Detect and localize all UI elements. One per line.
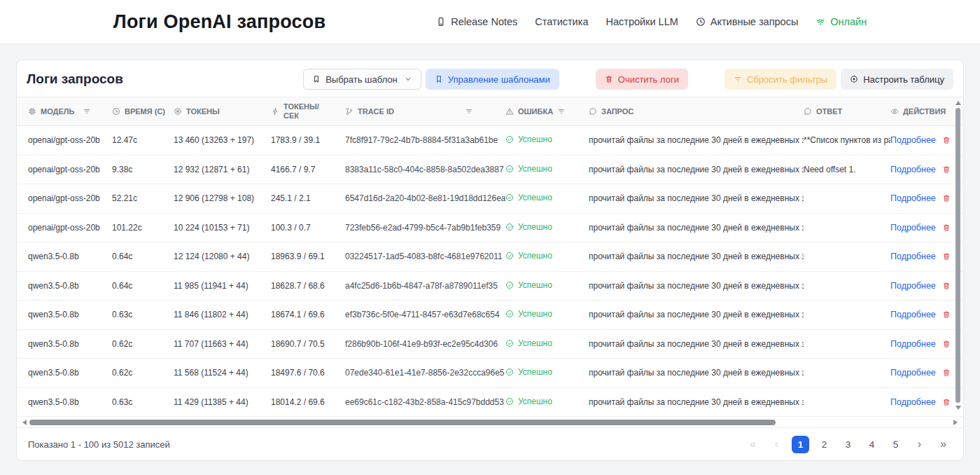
delete-row-icon[interactable]	[942, 369, 951, 377]
clock-icon	[696, 17, 706, 27]
table-row: openai/gpt-oss-20b 9.38с 12 932 (12871 +…	[17, 156, 963, 185]
request-cell: прочитай файлы за последние 30 дней в еж…	[589, 339, 804, 349]
details-link[interactable]: Подробнее	[890, 310, 936, 319]
pagination-page-5[interactable]: 5	[887, 436, 904, 453]
clear-logs-button[interactable]: Очистить логи	[596, 69, 688, 90]
page-title: Логи OpenAI запросов	[113, 11, 326, 33]
pagination-page-1[interactable]: 1	[792, 436, 809, 453]
pagination-page-3[interactable]: 3	[839, 436, 857, 453]
table-row: qwen3.5-0.8b 0.62с 11 707 (11663 + 44) 1…	[17, 330, 963, 359]
tokens-per-sec-cell: 1783.9 / 39.1	[271, 135, 345, 145]
pagination-page-2[interactable]: 2	[816, 436, 833, 453]
tokens-cell: 11 985 (11941 + 44)	[174, 281, 271, 291]
card-title: Логи запросов	[27, 71, 123, 87]
delete-row-icon[interactable]	[942, 136, 951, 144]
configure-table-button[interactable]: Настроить таблицу	[841, 69, 953, 90]
time-cell: 0.63с	[112, 397, 174, 407]
column-header-trace-id: TRACE ID	[345, 107, 505, 116]
details-link[interactable]: Подробнее	[890, 135, 936, 145]
status-cell: Успешно	[505, 309, 589, 320]
delete-row-icon[interactable]	[942, 340, 951, 348]
delete-row-icon[interactable]	[942, 310, 951, 319]
column-header-error: ОШИБКА	[505, 107, 589, 116]
model-filter-icon[interactable]	[83, 107, 91, 116]
pagination-page-4[interactable]: 4	[863, 436, 881, 453]
time-cell: 101.22с	[112, 223, 174, 233]
nav-active-requests[interactable]: Активные запросы	[696, 16, 799, 27]
table-row: openai/gpt-oss-20b 101.22с 10 224 (10153…	[17, 214, 963, 243]
actions-cell: Подробнее	[890, 397, 963, 407]
wifi-icon	[816, 17, 825, 27]
chat-icon	[804, 107, 812, 116]
check-circle-icon	[505, 339, 514, 347]
status-badge: Успешно	[505, 135, 552, 144]
select-template-button[interactable]: Выбрать шаблон	[303, 69, 421, 90]
tokens-per-sec-cell: 18963.9 / 69.1	[271, 252, 345, 261]
trash-icon	[605, 75, 613, 83]
request-cell: прочитай файлы за последние 30 дней в еж…	[589, 252, 804, 261]
pagination-first-button[interactable]: «	[744, 436, 762, 453]
details-link[interactable]: Подробнее	[890, 368, 936, 378]
nav-llm-settings[interactable]: Настройки LLM	[606, 16, 678, 27]
tokens-per-sec-cell: 4166.7 / 9.7	[271, 165, 345, 174]
tokens-cell: 13 460 (13263 + 197)	[174, 135, 271, 145]
trace-filter-icon[interactable]	[465, 107, 473, 116]
pagination-next-button[interactable]: ›	[911, 436, 928, 453]
details-link[interactable]: Подробнее	[890, 397, 936, 407]
pagination: « ‹ 1 2 3 4 5 › »	[744, 436, 952, 453]
delete-row-icon[interactable]	[942, 165, 951, 174]
top-bar: Логи OpenAI запросов Release Notes Стати…	[0, 0, 980, 44]
details-link[interactable]: Подробнее	[890, 193, 936, 203]
nav-release-notes[interactable]: Release Notes	[436, 16, 517, 27]
online-status: Онлайн	[816, 16, 867, 27]
scroll-left-arrow[interactable]	[22, 420, 27, 425]
delete-row-icon[interactable]	[942, 398, 951, 406]
delete-row-icon[interactable]	[942, 282, 951, 290]
time-cell: 0.62с	[112, 339, 174, 349]
tokens-cell: 11 846 (11802 + 44)	[174, 310, 271, 319]
reset-filters-button[interactable]: Сбросить фильтры	[724, 69, 836, 90]
scroll-down-arrow[interactable]	[955, 406, 961, 410]
chevron-down-icon	[404, 75, 412, 83]
pagination-prev-button[interactable]: ‹	[768, 436, 785, 453]
trace-id-cell: 07ede340-61e1-41e7-8856-2e32ccca96e5	[345, 368, 505, 378]
tokens-cell: 11 429 (11385 + 44)	[174, 397, 271, 407]
delete-row-icon[interactable]	[942, 223, 951, 232]
model-cell: openai/gpt-oss-20b	[17, 165, 112, 174]
vertical-scrollbar-thumb[interactable]	[955, 108, 960, 403]
check-circle-icon	[505, 223, 514, 231]
manage-templates-button[interactable]: Управление шаблонами	[426, 69, 559, 90]
check-circle-icon	[505, 193, 514, 202]
check-circle-icon	[505, 281, 514, 289]
scroll-right-arrow[interactable]	[953, 420, 958, 425]
status-badge: Успешно	[505, 251, 552, 261]
details-link[interactable]: Подробнее	[890, 223, 936, 233]
table-row: qwen3.5-0.8b 0.62с 11 568 (11524 + 44) 1…	[17, 359, 963, 388]
pagination-last-button[interactable]: »	[934, 436, 952, 453]
table-body: openai/gpt-oss-20b 12.47с 13 460 (13263 …	[17, 126, 963, 417]
error-filter-icon[interactable]	[557, 107, 566, 116]
details-link[interactable]: Подробнее	[890, 339, 936, 349]
scroll-up-arrow[interactable]	[955, 101, 961, 105]
status-cell: Успешно	[505, 222, 589, 233]
request-cell: прочитай файлы за последние 30 дней в еж…	[589, 135, 804, 145]
delete-row-icon[interactable]	[942, 252, 951, 261]
gear-icon	[850, 75, 858, 83]
request-cell: прочитай файлы за последние 30 дней в еж…	[589, 165, 804, 174]
actions-cell: Подробнее	[890, 165, 963, 174]
details-link[interactable]: Подробнее	[890, 281, 936, 291]
trace-id-cell: 6547d16d-2a20-4b02-8e81-19d18dd126ea	[345, 193, 505, 203]
status-cell: Успешно	[505, 367, 589, 378]
tokens-per-sec-cell: 18628.7 / 68.6	[271, 281, 345, 291]
tokens-per-sec-cell: 18690.7 / 70.5	[271, 339, 345, 349]
details-link[interactable]: Подробнее	[890, 165, 936, 174]
horizontal-scrollbar-thumb[interactable]	[29, 420, 776, 425]
nav-statistics[interactable]: Статистика	[535, 16, 588, 27]
delete-row-icon[interactable]	[942, 194, 951, 202]
check-circle-icon	[505, 252, 514, 260]
request-cell: прочитай файлы за последние 30 дней в еж…	[589, 223, 804, 233]
actions-cell: Подробнее	[890, 193, 963, 203]
details-link[interactable]: Подробнее	[890, 252, 936, 261]
table-row: openai/gpt-oss-20b 12.47с 13 460 (13263 …	[17, 126, 963, 156]
status-badge: Успешно	[505, 280, 552, 290]
